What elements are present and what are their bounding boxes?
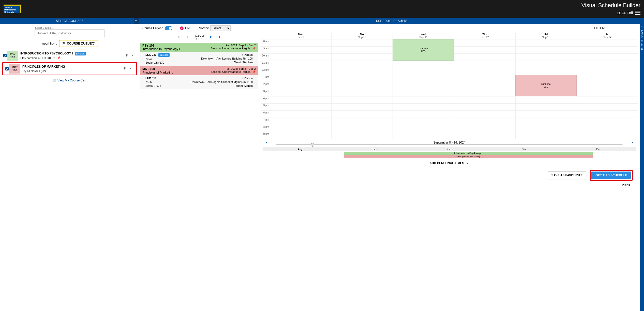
prev-page-icon[interactable] [185, 34, 190, 41]
hour-row: 4 pm [261, 96, 638, 103]
instructor: Want, Stephen [201, 61, 253, 64]
day-header: TueSep 10 [331, 33, 393, 39]
tips-count-badge: 4 [180, 26, 184, 30]
calendar-event[interactable]: MKT 100LEC [515, 75, 577, 96]
month-label: Aug [263, 147, 337, 151]
day-header: WedSep 11 [393, 33, 454, 39]
lec-number: LEC 031 [145, 53, 156, 56]
sort-select[interactable]: Select... [210, 25, 231, 31]
hour-row: 3 pm [261, 89, 638, 96]
location: Downtown - Ted Rogers School of Mgmt Rm … [191, 80, 253, 84]
course-legend-label: Course Legend [142, 26, 163, 30]
expand-icon[interactable] [129, 66, 132, 71]
course-checkbox[interactable] [3, 51, 7, 61]
course-search-input[interactable] [35, 29, 105, 37]
schedule-section-card[interactable]: MKT 100 Principles of Marketing Fall 202… [140, 66, 258, 89]
hour-row: 5 pm [261, 103, 638, 110]
section-term: Fall 2024: Sep 3 - Dec 2 [211, 44, 256, 47]
trash-icon[interactable] [123, 66, 126, 71]
section-term: Fall 2024: Sep 3 - Dec 2 [211, 67, 256, 70]
section-header: MKT 100 Principles of Marketing Fall 202… [140, 66, 258, 75]
chevron-down-icon[interactable] [53, 56, 55, 60]
pin-icon[interactable]: 📌 [252, 70, 256, 73]
instructor: Bharti, Mehak [191, 84, 253, 88]
hour-row: 12 pm [261, 68, 638, 75]
week-navigator: September 8 - 14, 2024 [263, 139, 636, 147]
course-checkbox[interactable] [5, 64, 9, 74]
highlighted-get-schedule: GET THIS SCHEDULE [590, 170, 633, 181]
select-courses-label: SELECT COURSES [56, 19, 83, 23]
location: Downtown - Architecture Building Rm 108 [201, 57, 253, 61]
course-section-info[interactable]: Stay enrolled in LEC 031 [20, 56, 51, 60]
save-favourite-button[interactable]: SAVE AS FAVOURITE [548, 171, 586, 179]
section-header-bar: SELECT COURSES SCHEDULE RESULTS [0, 18, 644, 24]
next-week-icon[interactable] [630, 140, 634, 145]
day-header: SatSep 14 [577, 33, 638, 39]
pin-icon[interactable]: 📌 [252, 47, 256, 50]
hour-row: 1 pm [261, 75, 638, 82]
university-logo: Toronto Metropolitan University [4, 5, 21, 13]
month-label: Dec [561, 147, 636, 151]
get-schedule-button[interactable]: GET THIS SCHEDULE [591, 172, 631, 179]
calendar-event[interactable]: PSY 102LEC [393, 39, 454, 61]
hour-row: 8 pm [261, 125, 638, 132]
month-label: Sep [337, 147, 412, 151]
app-title: Visual Schedule Builder [581, 2, 640, 9]
filters-label[interactable]: FILTERS [594, 26, 606, 30]
hour-row: 9 pm [261, 132, 638, 139]
add-personal-times-button[interactable]: ADD PERSONAL TIMES [261, 158, 638, 168]
trash-icon[interactable] [125, 53, 128, 58]
schedule-pager: RESULT 1 OF 19 [139, 33, 259, 42]
section-body: LEC 031 Enrolled 7303 Seats: 138/139 In … [140, 52, 258, 66]
timeline-bar-mkt: Principles of Marketing [344, 155, 593, 158]
chevron-down-icon [466, 161, 469, 165]
course-section-info[interactable]: Try all classes (22) [22, 69, 46, 73]
day-header: ThuSep 12 [454, 33, 515, 39]
week-slider[interactable] [276, 144, 623, 145]
import-from-label: Import from: [41, 42, 57, 45]
seats-info: Seats: 74/75 [145, 84, 161, 88]
layers-icon [62, 42, 66, 45]
calendar: MonSep 9TueSep 10WedSep 11ThuSep 12FriSe… [259, 33, 640, 311]
collapse-right-icon[interactable] [640, 25, 643, 28]
course-code-badge: PSY102 [7, 51, 18, 61]
collapse-left-icon[interactable] [134, 18, 139, 24]
last-page-icon[interactable] [217, 34, 223, 41]
term-label: 2024 Fall [617, 11, 633, 15]
timeline-bar-psy: Introduction to Psychology I [344, 152, 593, 155]
prev-week-icon[interactable] [264, 140, 268, 145]
selected-course-row: MKT100 PRINCIPLES OF MARKETING Try all c… [3, 63, 136, 75]
section-session: Session: Undergraduate Regular 📌 [211, 47, 256, 50]
tips-button[interactable]: 4 TIPS [180, 26, 191, 30]
course-title: PRINCIPLES OF MARKETING [22, 65, 65, 68]
hour-row: 7 pm [261, 118, 638, 125]
month-label: Oct [412, 147, 487, 151]
print-button[interactable]: PRINT [261, 183, 638, 187]
course-queue-button[interactable]: COURSE QUEUE(0) [59, 40, 98, 47]
course-code-badge: MKT100 [9, 64, 20, 74]
day-header: FriSep 13 [515, 33, 577, 39]
schedule-section-card[interactable]: PSY 102 Introduction to Psychology I Fal… [140, 43, 258, 66]
view-course-cart-link[interactable]: 🛒 View My Course Cart [53, 79, 86, 82]
enrolled-badge: Enrolled [158, 53, 169, 57]
controls-row: Course Legend 4 TIPS Sort by: Select... … [139, 24, 640, 33]
first-page-icon[interactable] [175, 34, 181, 41]
next-page-icon[interactable] [208, 34, 214, 41]
highlighted-course-row: MKT100 PRINCIPLES OF MARKETING Try all c… [2, 62, 137, 75]
menu-icon[interactable] [635, 10, 640, 16]
section-header: PSY 102 Introduction to Psychology I Fal… [140, 43, 258, 52]
section-body: LEC 011 7566 Seats: 74/75 In Person Down… [140, 75, 258, 89]
selected-course-row: PSY102 INTRODUCTION TO PSYCHOLOGY I Enro… [1, 50, 138, 62]
expand-icon[interactable] [131, 53, 134, 58]
delivery-mode: In Person [191, 76, 253, 80]
top-header: Toronto Metropolitan University Visual S… [0, 0, 644, 18]
sort-by-label: Sort by: [199, 26, 209, 30]
pin-icon[interactable]: 📌 [57, 56, 61, 60]
months-row: AugSepOctNovDec [263, 147, 636, 151]
enrolled-badge: Enrolled [75, 52, 86, 55]
chevron-down-icon[interactable] [47, 69, 50, 73]
class-number: 7303 [145, 57, 170, 61]
favourites-rail[interactable]: FAVOURITES (5) [640, 24, 644, 311]
delivery-mode: In Person [201, 53, 253, 57]
legend-toggle[interactable] [165, 26, 172, 30]
